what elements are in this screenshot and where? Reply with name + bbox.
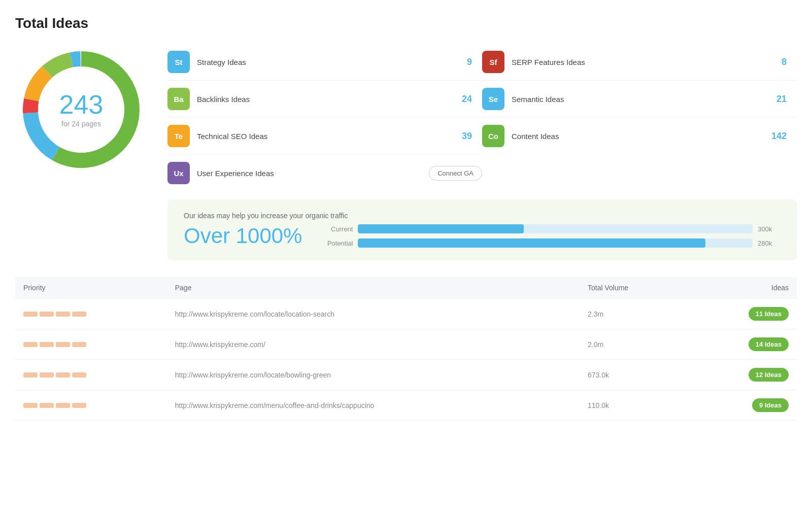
col-page: Page bbox=[167, 277, 580, 299]
semantic-count: 21 bbox=[766, 94, 787, 105]
strategy-badge: St bbox=[167, 51, 190, 73]
idea-row-technical: Te Technical SEO Ideas 39 bbox=[167, 118, 482, 155]
bar-current-label: Current bbox=[322, 225, 353, 233]
content-badge: Co bbox=[482, 125, 504, 147]
page-cell: http://www.krispykreme.com/ bbox=[167, 329, 580, 360]
table-row: http://www.krispykreme.com/locate/locati… bbox=[15, 299, 797, 329]
volume-cell: 673.0k bbox=[580, 360, 689, 390]
ideas-badge[interactable]: 9 Ideas bbox=[752, 398, 789, 412]
donut-subtitle: for 24 pages bbox=[59, 120, 104, 128]
bar-potential-label: Potential bbox=[322, 240, 353, 247]
priority-bars bbox=[23, 403, 159, 408]
serp-count: 8 bbox=[766, 57, 787, 67]
traffic-bars: Current 300k Potential 280k bbox=[322, 224, 781, 248]
ux-label: User Experience Ideas bbox=[197, 169, 429, 178]
semantic-label: Semantic Ideas bbox=[512, 95, 766, 104]
priority-bar bbox=[23, 372, 38, 378]
priority-bar bbox=[40, 372, 54, 378]
table-section: Priority Page Total Volume Ideas http://… bbox=[15, 277, 797, 421]
priority-cell bbox=[15, 329, 167, 360]
semantic-badge: Se bbox=[482, 88, 504, 110]
page-cell: http://www.krispykreme.com/menu/coffee-a… bbox=[167, 390, 580, 421]
top-section: 243 for 24 pages St Strategy Ideas 9 Ba … bbox=[15, 44, 797, 260]
ideas-badge[interactable]: 12 Ideas bbox=[749, 368, 789, 382]
priority-bar bbox=[72, 342, 86, 347]
content-count: 142 bbox=[766, 131, 787, 142]
ideas-badge[interactable]: 14 Ideas bbox=[749, 337, 789, 351]
right-panel: St Strategy Ideas 9 Ba Backlinks Ideas 2… bbox=[167, 44, 797, 260]
bar-potential-value: 280k bbox=[758, 240, 781, 247]
volume-cell: 2.0m bbox=[580, 329, 689, 360]
strategy-count: 9 bbox=[452, 57, 472, 67]
table-row: http://www.krispykreme.com/locate/bowlin… bbox=[15, 360, 797, 390]
table-header: Priority Page Total Volume Ideas bbox=[15, 277, 797, 299]
priority-bar bbox=[56, 342, 70, 347]
page-cell: http://www.krispykreme.com/locate/bowlin… bbox=[167, 360, 580, 390]
priority-cell bbox=[15, 390, 167, 421]
bar-row-current: Current 300k bbox=[322, 224, 781, 233]
ideas-cell: 14 Ideas bbox=[689, 329, 797, 360]
ideas-cell: 11 Ideas bbox=[689, 299, 797, 329]
table-row: http://www.krispykreme.com/2.0m14 Ideas bbox=[15, 329, 797, 360]
idea-row-content: Co Content Ideas 142 bbox=[482, 118, 797, 154]
priority-bar bbox=[23, 342, 38, 347]
technical-badge: Te bbox=[167, 125, 190, 147]
bar-current-fill bbox=[358, 224, 524, 233]
priority-bar bbox=[23, 312, 38, 317]
bar-current-track bbox=[358, 224, 753, 233]
priority-bar bbox=[23, 403, 38, 408]
volume-cell: 2.3m bbox=[580, 299, 689, 329]
donut-total: 243 bbox=[59, 91, 104, 118]
table-row: http://www.krispykreme.com/menu/coffee-a… bbox=[15, 390, 797, 421]
priority-bar bbox=[72, 312, 86, 317]
priority-bar bbox=[72, 372, 86, 378]
col-priority: Priority bbox=[15, 277, 167, 299]
ux-badge: Ux bbox=[167, 162, 190, 184]
traffic-content: Over 1000% Current 300k Potential bbox=[184, 224, 781, 248]
data-table: Priority Page Total Volume Ideas http://… bbox=[15, 277, 797, 421]
technical-count: 39 bbox=[452, 131, 472, 142]
traffic-percent: Over 1000% bbox=[184, 224, 302, 248]
priority-bar bbox=[56, 312, 70, 317]
donut-center: 243 for 24 pages bbox=[59, 91, 104, 128]
idea-row-backlinks: Ba Backlinks Ideas 24 bbox=[167, 81, 482, 118]
connect-ga-button[interactable]: Connect GA bbox=[429, 166, 482, 181]
idea-row-serp: Sf SERP Features Ideas 8 bbox=[482, 44, 797, 81]
bar-current-value: 300k bbox=[758, 225, 781, 233]
backlinks-count: 24 bbox=[452, 94, 472, 105]
table-header-row: Priority Page Total Volume Ideas bbox=[15, 277, 797, 299]
priority-cell bbox=[15, 360, 167, 390]
priority-cell bbox=[15, 299, 167, 329]
priority-bar bbox=[40, 403, 54, 408]
priority-bars bbox=[23, 342, 159, 347]
page-title: Total Ideas bbox=[15, 15, 797, 31]
col-volume: Total Volume bbox=[580, 277, 689, 299]
ideas-badge[interactable]: 11 Ideas bbox=[749, 307, 789, 321]
volume-cell: 110.0k bbox=[580, 390, 689, 421]
idea-row-strategy: St Strategy Ideas 9 bbox=[167, 44, 482, 81]
donut-chart: 243 for 24 pages bbox=[15, 44, 147, 176]
priority-bar bbox=[56, 372, 70, 378]
content-label: Content Ideas bbox=[512, 132, 766, 141]
serp-badge: Sf bbox=[482, 51, 504, 73]
col-ideas: Ideas bbox=[689, 277, 797, 299]
strategy-label: Strategy Ideas bbox=[197, 58, 452, 66]
bar-potential-fill bbox=[358, 238, 705, 248]
technical-label: Technical SEO Ideas bbox=[197, 132, 452, 141]
idea-row-semantic: Se Semantic Ideas 21 bbox=[482, 81, 797, 118]
priority-bars bbox=[23, 312, 159, 317]
priority-bar bbox=[72, 403, 86, 408]
bar-row-potential: Potential 280k bbox=[322, 238, 781, 248]
traffic-box: Our ideas may help you increase your org… bbox=[167, 199, 797, 260]
priority-bar bbox=[40, 342, 54, 347]
bar-potential-track bbox=[358, 238, 753, 248]
traffic-hint: Our ideas may help you increase your org… bbox=[184, 212, 781, 220]
ideas-left-col: St Strategy Ideas 9 Ba Backlinks Ideas 2… bbox=[167, 44, 482, 191]
priority-bar bbox=[40, 312, 54, 317]
idea-row-ux: Ux User Experience Ideas Connect GA bbox=[167, 155, 482, 191]
ideas-grid: St Strategy Ideas 9 Ba Backlinks Ideas 2… bbox=[167, 44, 797, 191]
priority-bar bbox=[56, 403, 70, 408]
ideas-cell: 9 Ideas bbox=[689, 390, 797, 421]
table-body: http://www.krispykreme.com/locate/locati… bbox=[15, 299, 797, 421]
backlinks-label: Backlinks Ideas bbox=[197, 95, 452, 104]
